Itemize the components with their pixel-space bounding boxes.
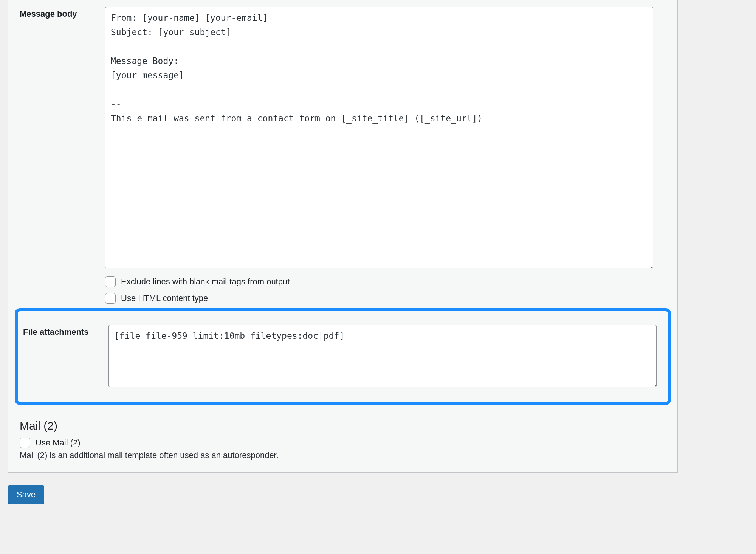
use-html-line: Use HTML content type [105, 293, 666, 304]
use-html-checkbox[interactable] [105, 293, 116, 304]
file-attachments-row: File attachments [23, 318, 663, 389]
message-body-textarea[interactable] [105, 7, 653, 268]
save-wrap: Save [0, 473, 756, 504]
use-mail2-checkbox[interactable] [20, 438, 30, 448]
mail2-desc: Mail (2) is an additional mail template … [20, 450, 666, 460]
file-attachments-highlight: File attachments [15, 308, 671, 405]
exclude-blank-line: Exclude lines with blank mail-tags from … [105, 276, 666, 287]
mail2-block: Mail (2) Use Mail (2) Mail (2) is an add… [8, 405, 677, 460]
file-attachments-label: File attachments [23, 318, 108, 338]
message-body-row: Message body Exclude lines with blank ma… [8, 0, 677, 304]
message-body-field-wrap: Exclude lines with blank mail-tags from … [105, 0, 666, 304]
message-body-label: Message body [20, 0, 105, 20]
exclude-blank-label: Exclude lines with blank mail-tags from … [121, 277, 290, 287]
mail-settings-panel: Message body Exclude lines with blank ma… [8, 0, 678, 473]
mail2-title: Mail (2) [20, 419, 666, 432]
use-mail2-label: Use Mail (2) [36, 438, 81, 448]
save-button[interactable]: Save [8, 485, 44, 504]
file-attachments-field-wrap [108, 318, 663, 389]
mail2-check-line: Use Mail (2) [20, 438, 666, 448]
exclude-blank-checkbox[interactable] [105, 276, 116, 287]
use-html-label: Use HTML content type [121, 293, 208, 303]
file-attachments-textarea[interactable] [108, 325, 657, 387]
